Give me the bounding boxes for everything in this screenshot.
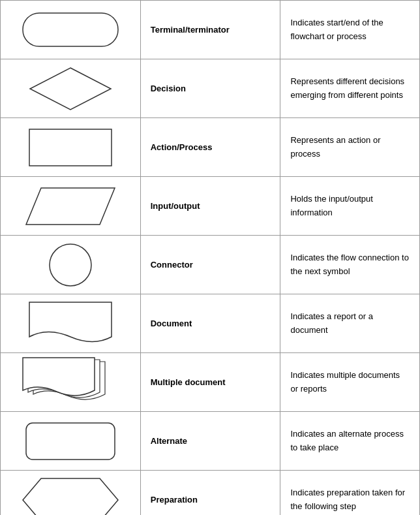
svg-marker-3 bbox=[26, 188, 115, 225]
name-connector: Connector bbox=[140, 236, 280, 294]
desc-terminal: Indicates start/end of the flowchart or … bbox=[280, 1, 420, 59]
shape-preparation bbox=[1, 471, 141, 516]
name-document: Document bbox=[140, 294, 280, 353]
svg-rect-0 bbox=[23, 13, 118, 46]
desc-document: Indicates a report or a document bbox=[280, 294, 420, 353]
shape-decision bbox=[1, 59, 141, 118]
shape-connector bbox=[1, 236, 141, 294]
desc-connector: Indicates the flow connection to the nex… bbox=[280, 236, 420, 294]
shape-alternate bbox=[1, 412, 141, 471]
svg-marker-1 bbox=[30, 68, 111, 110]
desc-decision: Represents different decisions emerging … bbox=[280, 59, 420, 118]
svg-point-4 bbox=[50, 244, 91, 286]
desc-preparation: Indicates preparation taken for the foll… bbox=[280, 471, 420, 516]
name-multiple-document: Multiple document bbox=[140, 353, 280, 412]
shape-action bbox=[1, 118, 141, 177]
desc-alternate: Indicates an alternate process to take p… bbox=[280, 412, 420, 471]
desc-action: Represents an action or process bbox=[280, 118, 420, 177]
name-input-output: Input/output bbox=[140, 177, 280, 236]
name-action: Action/Process bbox=[140, 118, 280, 177]
name-terminal: Terminal/terminator bbox=[140, 1, 280, 59]
shape-input-output bbox=[1, 177, 141, 236]
shape-multiple-document bbox=[1, 353, 141, 412]
shape-terminal bbox=[1, 1, 141, 59]
name-decision: Decision bbox=[140, 59, 280, 118]
svg-rect-2 bbox=[29, 129, 112, 166]
name-alternate: Alternate bbox=[140, 412, 280, 471]
svg-marker-6 bbox=[23, 478, 118, 516]
desc-input-output: Holds the input/output information bbox=[280, 177, 420, 236]
shape-document bbox=[1, 294, 141, 353]
desc-multiple-document: Indicates multiple documents or reports bbox=[280, 353, 420, 412]
name-preparation: Preparation bbox=[140, 471, 280, 516]
svg-rect-5 bbox=[26, 423, 115, 460]
